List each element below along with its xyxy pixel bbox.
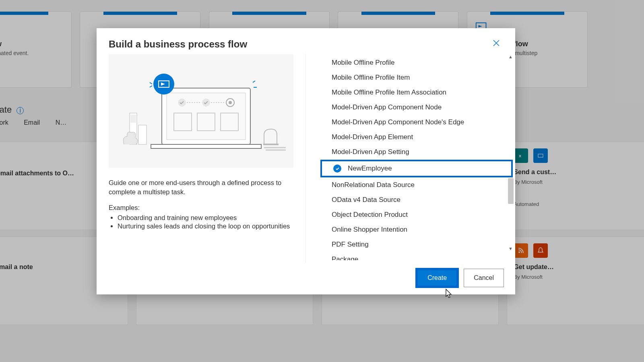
entity-option[interactable]: Model-Driven App Component Node's Edge	[320, 115, 513, 130]
entity-label: NewEmployee	[348, 165, 392, 172]
entity-option[interactable]: Object Detection Product	[320, 208, 513, 222]
svg-line-29	[150, 86, 152, 87]
entity-option[interactable]: NewEmployee	[320, 160, 513, 177]
example-item: Nurturing sales leads and closing the lo…	[118, 222, 293, 230]
entity-option[interactable]: NonRelational Data Source	[320, 178, 513, 192]
entity-picker-pane: ▲ Mobile Offline ProfileMobile Offline P…	[306, 54, 515, 263]
svg-rect-34	[138, 125, 147, 144]
dialog-title: Build a business process flow	[109, 39, 247, 50]
examples-list: Onboarding and training new employees Nu…	[118, 214, 293, 230]
entity-option[interactable]: Online Shopper Intention	[320, 222, 513, 237]
entity-option[interactable]: Mobile Offline Profile Item	[320, 70, 513, 85]
entity-option[interactable]: Model-Driven App Setting	[320, 145, 513, 159]
svg-rect-14	[151, 144, 261, 148]
dialog-left-pane: Guide one or more end-users through a de…	[97, 54, 306, 263]
dialog-description: Guide one or more end-users through a de…	[109, 178, 293, 197]
entity-option[interactable]: Mobile Offline Profile Item Association	[320, 85, 513, 100]
examples-heading: Examples:	[109, 204, 293, 212]
close-icon	[493, 39, 500, 47]
entity-list[interactable]: Mobile Offline ProfileMobile Offline Pro…	[320, 55, 513, 260]
entity-option[interactable]: PDF Setting	[320, 237, 513, 252]
cancel-button[interactable]: Cancel	[464, 269, 504, 287]
svg-rect-35	[263, 144, 279, 145]
entity-option[interactable]: OData v4 Data Source	[320, 193, 513, 207]
scroll-down-arrow[interactable]: ▼	[508, 246, 513, 251]
svg-point-21	[229, 101, 232, 104]
example-item: Onboarding and training new employees	[118, 214, 293, 222]
scrollbar-thumb[interactable]	[508, 178, 514, 204]
entity-option[interactable]: Mobile Offline Profile	[320, 56, 513, 70]
entity-option[interactable]: Model-Driven App Component Node	[320, 100, 513, 115]
entity-option[interactable]: Model-Driven App Element	[320, 130, 513, 144]
entity-option[interactable]: Package	[320, 252, 513, 260]
close-button[interactable]	[489, 38, 503, 50]
svg-line-30	[253, 81, 255, 82]
svg-line-28	[150, 82, 152, 84]
build-process-flow-dialog: Build a business process flow	[97, 28, 515, 294]
illustration	[109, 54, 293, 168]
dialog-footer: Create Cancel	[97, 263, 515, 294]
create-button[interactable]: Create	[416, 269, 458, 287]
check-icon	[333, 165, 341, 173]
svg-rect-33	[130, 115, 136, 123]
